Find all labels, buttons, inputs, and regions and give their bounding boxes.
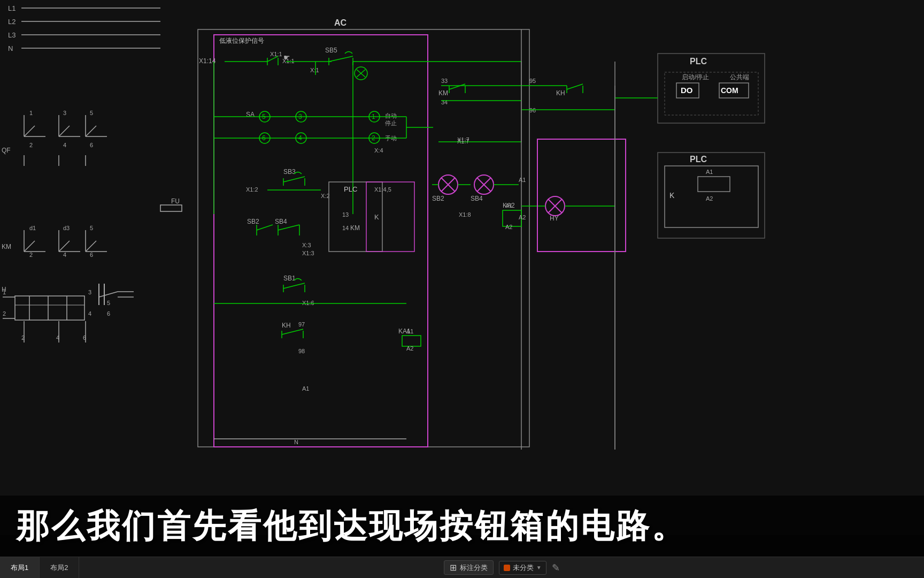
edit-button[interactable]: ✎	[552, 562, 560, 574]
svg-text:N: N	[294, 439, 298, 445]
svg-text:5: 5	[107, 300, 110, 306]
svg-text:1: 1	[29, 110, 33, 116]
annotation-button[interactable]: ⊞ 标注分类	[444, 560, 494, 575]
svg-text:L1: L1	[8, 4, 16, 12]
svg-text:SB5: SB5	[325, 47, 337, 54]
svg-text:SA: SA	[246, 111, 255, 118]
svg-text:自动: 自动	[385, 112, 397, 119]
svg-text:PLC: PLC	[690, 155, 707, 164]
tab-layout2[interactable]: 布局2	[40, 557, 79, 578]
svg-text:6: 6	[107, 310, 110, 317]
svg-text:停止: 停止	[385, 120, 397, 126]
svg-text:d3: d3	[63, 225, 70, 231]
svg-text:☛: ☛	[283, 53, 290, 62]
svg-text:X1:3: X1:3	[302, 250, 314, 256]
svg-text:4: 4	[63, 142, 66, 148]
svg-text:2: 2	[29, 252, 33, 258]
svg-text:A1: A1	[519, 177, 526, 183]
svg-text:A2: A2	[505, 224, 512, 230]
subtitle-bar: 那么我们首先看他到达现场按钮箱的电路。	[0, 496, 924, 557]
svg-text:5: 5	[90, 225, 93, 231]
svg-text:PLC: PLC	[344, 185, 357, 193]
svg-text:96: 96	[529, 107, 536, 113]
svg-text:34: 34	[441, 99, 448, 105]
tab-layout1-label: 布局1	[11, 563, 28, 573]
svg-text:KM: KM	[2, 243, 11, 250]
svg-text:6: 6	[90, 252, 93, 258]
toolbar-center: ⊞ 标注分类 未分类 ▼ ✎	[79, 560, 924, 575]
svg-text:6: 6	[90, 142, 93, 148]
svg-text:KH: KH	[282, 322, 291, 329]
svg-text:33: 33	[441, 78, 448, 84]
svg-text:K: K	[669, 191, 675, 200]
svg-text:A1: A1	[505, 202, 512, 209]
svg-text:启动/停止: 启动/停止	[682, 73, 709, 81]
do-label: DO	[681, 86, 693, 95]
schematic-svg: L1 L2 L3 N QF 1 2 3 4 5 6	[0, 0, 924, 535]
svg-text:X:3: X:3	[302, 242, 311, 248]
tab-layout2-label: 布局2	[50, 563, 68, 573]
svg-text:2: 2	[3, 310, 6, 317]
bottom-toolbar: 布局1 布局2 ⊞ 标注分类 未分类 ▼ ✎	[0, 557, 924, 578]
svg-text:SB4: SB4	[275, 218, 287, 225]
svg-rect-0	[0, 0, 924, 535]
svg-text:SB1: SB1	[283, 275, 296, 282]
svg-text:SB3: SB3	[283, 168, 296, 176]
svg-text:3: 3	[63, 110, 66, 116]
svg-text:A1: A1	[302, 385, 309, 392]
svg-text:97: 97	[298, 321, 305, 328]
svg-text:5: 5	[90, 110, 93, 116]
svg-text:X:4: X:4	[374, 147, 383, 154]
svg-text:A1: A1	[706, 169, 713, 175]
category-select[interactable]: 未分类 ▼	[499, 561, 546, 575]
svg-text:X1:1: X1:1	[270, 51, 282, 57]
svg-text:SB4: SB4	[471, 195, 483, 202]
svg-text:X1:7: X1:7	[457, 136, 469, 143]
annotation-label: 标注分类	[460, 563, 488, 573]
svg-text:A2: A2	[519, 214, 526, 220]
svg-text:SB2: SB2	[247, 218, 259, 225]
svg-text:95: 95	[529, 78, 536, 84]
svg-text:14: 14	[342, 225, 349, 231]
svg-text:KH: KH	[556, 89, 565, 97]
svg-text:X1:2: X1:2	[246, 186, 258, 193]
svg-text:A2: A2	[706, 195, 713, 202]
category-label: 未分类	[513, 563, 534, 573]
svg-text:KM: KM	[350, 224, 360, 232]
svg-text:X:2: X:2	[321, 193, 330, 199]
svg-text:N: N	[8, 44, 13, 52]
tab-layout1[interactable]: 布局1	[0, 557, 40, 578]
category-color-dot	[504, 565, 510, 571]
svg-text:4: 4	[88, 310, 91, 317]
svg-text:X1:4,5: X1:4,5	[374, 186, 391, 193]
annotation-icon: ⊞	[450, 562, 457, 573]
svg-text:X1:8: X1:8	[459, 211, 471, 218]
svg-text:KM: KM	[438, 89, 448, 97]
svg-text:X:1: X:1	[310, 67, 319, 73]
svg-text:1: 1	[3, 289, 6, 295]
svg-text:d1: d1	[29, 225, 36, 231]
com-label: COM	[721, 86, 738, 95]
svg-text:3: 3	[88, 289, 91, 295]
svg-text:98: 98	[298, 348, 305, 354]
svg-text:SB2: SB2	[432, 195, 444, 202]
svg-text:X1:14: X1:14	[199, 57, 216, 65]
svg-text:FU: FU	[171, 197, 180, 205]
svg-text:L3: L3	[8, 31, 16, 39]
svg-text:PLC: PLC	[690, 57, 707, 66]
subtitle-text: 那么我们首先看他到达现场按钮箱的电路。	[16, 507, 687, 544]
svg-text:A1: A1	[406, 328, 413, 334]
svg-text:L2: L2	[8, 18, 16, 26]
svg-text:A2: A2	[406, 345, 413, 352]
svg-text:4: 4	[63, 252, 66, 258]
svg-text:QF: QF	[2, 147, 11, 154]
svg-text:2: 2	[21, 334, 25, 341]
svg-text:2: 2	[29, 142, 33, 148]
svg-text:低液位保护信号: 低液位保护信号	[219, 37, 264, 44]
svg-text:HY: HY	[550, 215, 559, 222]
svg-text:AC: AC	[334, 18, 347, 27]
dropdown-arrow-icon: ▼	[536, 565, 542, 571]
svg-text:K: K	[374, 213, 379, 221]
svg-text:公共端: 公共端	[730, 73, 749, 81]
svg-text:X1:6: X1:6	[302, 300, 314, 306]
